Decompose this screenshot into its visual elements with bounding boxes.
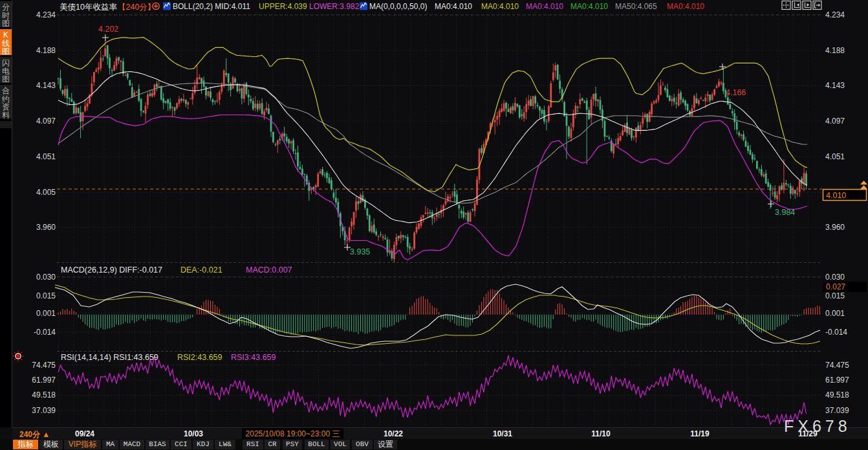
svg-text:-0.014: -0.014 — [34, 328, 56, 337]
svg-text:LOWER:3.982: LOWER:3.982 — [309, 2, 360, 11]
svg-text:4.051: 4.051 — [825, 152, 845, 161]
svg-text:MA0:4.010: MA0:4.010 — [570, 2, 608, 11]
svg-text:美债10年收益率: 美债10年收益率 — [60, 3, 117, 12]
svg-text:4.166: 4.166 — [726, 88, 746, 97]
svg-text:MA50:4.065: MA50:4.065 — [615, 2, 657, 11]
svg-text:0.001: 0.001 — [825, 309, 845, 318]
svg-text:【240分】: 【240分】 — [118, 3, 155, 12]
svg-text:0.030: 0.030 — [825, 273, 845, 282]
svg-text:3.960: 3.960 — [825, 223, 845, 232]
svg-text:MA(0,0,0,0,50,0): MA(0,0,0,0,50,0) — [369, 2, 427, 11]
svg-text:MA0:4.010: MA0:4.010 — [667, 2, 704, 11]
svg-text:-0.014: -0.014 — [825, 328, 847, 337]
svg-text:4.188: 4.188 — [36, 46, 56, 55]
svg-text:4.234: 4.234 — [825, 10, 845, 19]
svg-text:MA0:4.010: MA0:4.010 — [526, 2, 563, 11]
svg-text:0.015: 0.015 — [36, 291, 56, 300]
svg-text:37.039: 37.039 — [825, 406, 849, 415]
svg-text:MA0:4.010: MA0:4.010 — [435, 2, 472, 11]
svg-text:MACD(26,12,9) DIFF:-0.017: MACD(26,12,9) DIFF:-0.017 — [61, 265, 162, 275]
svg-text:0.015: 0.015 — [825, 291, 845, 300]
svg-text:74.475: 74.475 — [825, 361, 849, 370]
svg-text:RSI3:43.659: RSI3:43.659 — [231, 353, 276, 362]
svg-text:MA0:4.010: MA0:4.010 — [481, 2, 519, 11]
svg-text:61.997: 61.997 — [825, 376, 849, 385]
svg-text:4.051: 4.051 — [36, 152, 56, 161]
svg-text:4.097: 4.097 — [36, 117, 56, 126]
svg-text:74.475: 74.475 — [32, 361, 56, 370]
svg-text:4.005: 4.005 — [36, 188, 56, 197]
svg-text:4.234: 4.234 — [36, 10, 56, 19]
svg-text:61.997: 61.997 — [32, 376, 56, 385]
svg-text:3.935: 3.935 — [350, 247, 370, 256]
svg-text:0.001: 0.001 — [36, 309, 56, 318]
svg-text:RSI(14,14,14) RSI1:43.659: RSI(14,14,14) RSI1:43.659 — [61, 353, 158, 362]
svg-text:0.027: 0.027 — [826, 282, 845, 291]
svg-text:4.143: 4.143 — [36, 81, 56, 90]
svg-text:4.010: 4.010 — [826, 191, 846, 200]
svg-text:4.097: 4.097 — [825, 117, 845, 126]
svg-text:49.518: 49.518 — [32, 390, 56, 399]
svg-text:UPPER:4.039: UPPER:4.039 — [259, 2, 307, 11]
svg-text:49.518: 49.518 — [825, 390, 849, 399]
svg-text:0.030: 0.030 — [36, 273, 56, 282]
svg-text:37.039: 37.039 — [32, 406, 56, 415]
svg-text:3.984: 3.984 — [775, 208, 795, 217]
svg-text:RSI2:43.659: RSI2:43.659 — [177, 353, 222, 362]
svg-text:DEA:-0.021: DEA:-0.021 — [180, 265, 222, 275]
svg-text:4.143: 4.143 — [825, 81, 845, 90]
svg-text:BOLL(20,2) MID:4.011: BOLL(20,2) MID:4.011 — [173, 2, 250, 11]
svg-text:3.960: 3.960 — [36, 223, 56, 232]
svg-text:MACD:0.007: MACD:0.007 — [246, 265, 292, 275]
svg-text:4.188: 4.188 — [825, 46, 845, 55]
svg-text:4.202: 4.202 — [98, 25, 118, 34]
